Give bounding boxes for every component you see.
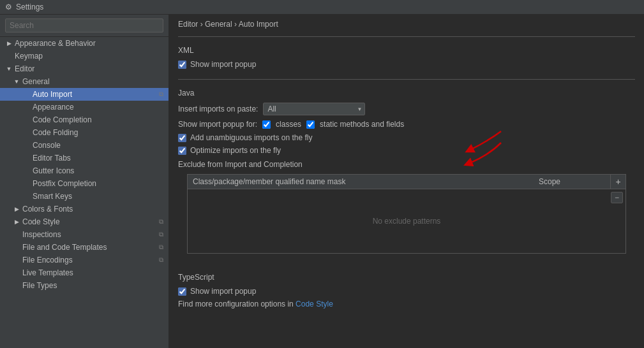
sidebar-item-general[interactable]: ▼General [0, 75, 168, 88]
tree-arrow-file-types [13, 282, 20, 289]
sidebar-label-editor: Editor [15, 64, 34, 73]
sidebar-label-console: Console [33, 141, 61, 150]
sidebar-item-file-encodings[interactable]: File Encodings⧉ [0, 254, 168, 266]
copy-icon-auto-import: ⧉ [159, 91, 163, 98]
sidebar-item-gutter-icons[interactable]: Gutter Icons [0, 164, 168, 177]
sidebar-tree: ▶Appearance & BehaviorKeymap▼Editor▼Gene… [0, 37, 168, 292]
table-header: Class/package/member qualified name mask… [188, 175, 625, 189]
sidebar-label-smart-keys: Smart Keys [33, 192, 72, 201]
tree-arrow-console [23, 141, 31, 149]
classes-label: classes [276, 120, 301, 129]
sidebar-item-appearance[interactable]: Appearance [0, 101, 168, 113]
tree-arrow-editor-tabs [23, 154, 31, 162]
sidebar-item-smart-keys[interactable]: Smart Keys [0, 190, 168, 203]
sidebar-label-gutter-icons: Gutter Icons [33, 166, 74, 175]
xml-section: XML Show import popup [169, 40, 644, 76]
sidebar-label-inspections: Inspections [22, 230, 61, 239]
sidebar-item-editor[interactable]: ▼Editor [0, 62, 168, 75]
sidebar-label-postfix-completion: Postfix Completion [33, 179, 96, 188]
sidebar-item-file-types[interactable]: File Types [0, 279, 168, 292]
sidebar-item-postfix-completion[interactable]: Postfix Completion [0, 177, 168, 190]
tree-arrow-colors-fonts: ▶ [13, 205, 20, 213]
add-unambiguous-checkbox[interactable] [178, 134, 186, 142]
copy-icon-inspections: ⧉ [159, 231, 163, 238]
tree-arrow-appearance [23, 103, 31, 111]
static-methods-label: static methods and fields [320, 120, 404, 129]
sidebar-item-code-completion[interactable]: Code Completion [0, 113, 168, 126]
show-popup-for-label: Show import popup for: [178, 120, 257, 129]
add-exclude-button[interactable]: + [610, 175, 625, 189]
tree-arrow-general: ▼ [13, 78, 20, 85]
insert-imports-label: Insert imports on paste: [178, 105, 258, 113]
sidebar-item-auto-import[interactable]: Auto Import⧉ [0, 88, 168, 101]
sidebar-item-editor-tabs[interactable]: Editor Tabs [0, 152, 168, 164]
insert-imports-row: Insert imports on paste: All Ask None [178, 103, 635, 115]
tree-arrow-editor: ▼ [5, 65, 13, 73]
tree-arrow-file-encodings [13, 256, 20, 264]
tree-arrow-auto-import [23, 91, 31, 98]
static-methods-checkbox[interactable] [306, 120, 315, 129]
main-content: Editor › General › Auto Import XML Show … [169, 15, 644, 348]
sidebar-label-file-code-templates: File and Code Templates [22, 243, 107, 252]
sidebar-label-appearance: Appearance [33, 103, 74, 112]
copy-icon-file-code-templates: ⧉ [159, 243, 163, 251]
tree-arrow-inspections [13, 231, 20, 238]
java-section-title: Java [178, 89, 635, 98]
config-note-text: Find more configuration options in [178, 300, 296, 308]
breadcrumb: Editor › General › Auto Import [169, 15, 644, 34]
xml-show-import-popup-checkbox[interactable] [178, 61, 186, 69]
tree-arrow-smart-keys [23, 192, 31, 200]
name-mask-header: Class/package/member qualified name mask [188, 175, 534, 189]
tree-arrow-code-style: ▶ [13, 218, 20, 226]
add-unambiguous-row: Add unambiguous imports on the fly [178, 133, 635, 142]
tree-arrow-live-templates [13, 269, 20, 277]
exclude-table: Class/package/member qualified name mask… [187, 174, 626, 254]
sidebar-label-general: General [22, 77, 50, 86]
optimize-imports-label: Optimize imports on the fly [190, 146, 281, 155]
scope-header: Scope [534, 175, 610, 189]
sidebar-label-code-folding: Code Folding [33, 128, 78, 137]
code-style-link[interactable]: Code Style [296, 300, 333, 308]
sidebar-item-colors-fonts[interactable]: ▶Colors & Fonts [0, 203, 168, 215]
tree-arrow-postfix-completion [23, 180, 31, 187]
sidebar-item-file-code-templates[interactable]: File and Code Templates⧉ [0, 241, 168, 254]
sidebar-item-code-style[interactable]: ▶Code Style⧉ [0, 215, 168, 228]
ts-show-import-popup-row: Show import popup [178, 287, 635, 296]
tree-arrow-code-completion [23, 116, 31, 124]
config-note-row: Find more configuration options in Code … [178, 300, 635, 308]
xml-show-import-popup-label: Show import popup [190, 60, 256, 69]
sidebar-label-appearance-behavior: Appearance & Behavior [15, 39, 96, 48]
typescript-section: TypeScript Show import popup Find more c… [169, 266, 644, 312]
sidebar-label-file-encodings: File Encodings [22, 256, 73, 265]
title-text: Settings [16, 3, 43, 11]
search-input[interactable] [5, 18, 163, 33]
optimize-imports-row: Optimize imports on the fly [178, 146, 635, 155]
sidebar-item-keymap[interactable]: Keymap [0, 50, 168, 62]
classes-checkbox[interactable] [262, 120, 271, 129]
java-section: Java Insert imports on paste: All Ask No… [169, 82, 644, 263]
insert-imports-dropdown[interactable]: All Ask None [263, 103, 365, 115]
sidebar-label-live-templates: Live Templates [22, 268, 73, 277]
optimize-imports-checkbox[interactable] [178, 147, 186, 155]
sidebar-label-colors-fonts: Colors & Fonts [22, 205, 73, 214]
sidebar-item-code-folding[interactable]: Code Folding [0, 126, 168, 139]
tree-arrow-gutter-icons [23, 167, 31, 175]
sidebar-label-auto-import: Auto Import [33, 90, 72, 99]
sidebar-item-console[interactable]: Console [0, 139, 168, 152]
show-popup-for-row: Show import popup for: classes static me… [178, 120, 635, 129]
sidebar-item-appearance-behavior[interactable]: ▶Appearance & Behavior [0, 37, 168, 50]
remove-exclude-button[interactable]: − [611, 192, 623, 203]
ts-show-import-popup-checkbox[interactable] [178, 287, 186, 296]
sidebar-label-editor-tabs: Editor Tabs [33, 154, 71, 163]
title-bar: ⚙ Settings [0, 0, 644, 15]
typescript-section-title: TypeScript [178, 273, 635, 282]
copy-icon-file-encodings: ⧉ [159, 256, 163, 264]
sidebar-label-keymap: Keymap [15, 52, 43, 61]
sidebar-item-inspections[interactable]: Inspections⧉ [0, 228, 168, 241]
sidebar-item-live-templates[interactable]: Live Templates [0, 266, 168, 279]
xml-show-import-popup-row: Show import popup [178, 60, 635, 69]
copy-icon-code-style: ⧉ [159, 218, 163, 226]
ts-show-import-popup-label: Show import popup [190, 287, 256, 296]
sidebar-label-file-types: File Types [22, 281, 57, 290]
sidebar-label-code-style: Code Style [22, 217, 60, 226]
